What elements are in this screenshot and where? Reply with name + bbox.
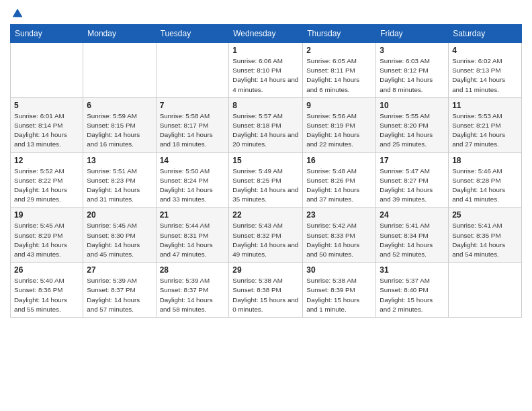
calendar-cell: 3Sunrise: 6:03 AMSunset: 8:12 PMDaylight…: [376, 43, 449, 98]
day-info: Sunrise: 5:49 AMSunset: 8:25 PMDaylight:…: [232, 167, 299, 205]
weekday-header-friday: Friday: [376, 25, 449, 43]
calendar-cell: 22Sunrise: 5:43 AMSunset: 8:32 PMDayligh…: [229, 208, 303, 263]
day-number: 4: [452, 46, 518, 55]
weekday-header-row: SundayMondayTuesdayWednesdayThursdayFrid…: [11, 25, 522, 43]
day-number: 7: [160, 101, 226, 110]
day-number: 30: [306, 265, 372, 275]
day-info: Sunrise: 6:01 AMSunset: 8:14 PMDaylight:…: [14, 111, 79, 150]
day-info: Sunrise: 6:03 AMSunset: 8:12 PMDaylight:…: [380, 56, 445, 95]
calendar-cell: [449, 263, 522, 318]
day-info: Sunrise: 5:45 AMSunset: 8:30 PMDaylight:…: [87, 221, 152, 259]
calendar-week-row: 19Sunrise: 5:45 AMSunset: 8:29 PMDayligh…: [11, 208, 522, 263]
calendar-cell: 2Sunrise: 6:05 AMSunset: 8:11 PMDaylight…: [303, 43, 376, 98]
day-number: 29: [232, 265, 299, 275]
calendar-cell: [11, 43, 83, 98]
day-info: Sunrise: 5:41 AMSunset: 8:35 PMDaylight:…: [452, 221, 518, 259]
calendar-cell: 8Sunrise: 5:57 AMSunset: 8:18 PMDaylight…: [229, 97, 303, 152]
calendar-cell: 28Sunrise: 5:39 AMSunset: 8:37 PMDayligh…: [156, 263, 229, 318]
logo: [10, 7, 24, 19]
calendar-cell: 17Sunrise: 5:47 AMSunset: 8:27 PMDayligh…: [376, 152, 449, 208]
day-number: 28: [160, 265, 226, 275]
day-number: 10: [380, 101, 445, 110]
day-number: 9: [306, 101, 372, 110]
calendar-cell: 23Sunrise: 5:42 AMSunset: 8:33 PMDayligh…: [303, 208, 376, 263]
calendar-cell: 14Sunrise: 5:50 AMSunset: 8:24 PMDayligh…: [156, 152, 229, 208]
calendar-cell: 30Sunrise: 5:38 AMSunset: 8:39 PMDayligh…: [303, 263, 376, 318]
day-info: Sunrise: 5:56 AMSunset: 8:19 PMDaylight:…: [306, 111, 372, 150]
day-info: Sunrise: 5:58 AMSunset: 8:17 PMDaylight:…: [160, 111, 226, 150]
day-info: Sunrise: 5:47 AMSunset: 8:27 PMDaylight:…: [380, 167, 445, 205]
day-info: Sunrise: 5:37 AMSunset: 8:40 PMDaylight:…: [380, 276, 445, 314]
calendar-week-row: 5Sunrise: 6:01 AMSunset: 8:14 PMDaylight…: [11, 97, 522, 152]
day-info: Sunrise: 5:50 AMSunset: 8:24 PMDaylight:…: [160, 167, 226, 205]
day-info: Sunrise: 5:48 AMSunset: 8:26 PMDaylight:…: [306, 167, 372, 205]
weekday-header-sunday: Sunday: [11, 25, 83, 43]
calendar-cell: 9Sunrise: 5:56 AMSunset: 8:19 PMDaylight…: [303, 97, 376, 152]
calendar-week-row: 1Sunrise: 6:06 AMSunset: 8:10 PMDaylight…: [11, 43, 522, 98]
day-info: Sunrise: 5:53 AMSunset: 8:21 PMDaylight:…: [452, 111, 518, 150]
day-number: 2: [306, 46, 372, 55]
calendar-cell: [156, 43, 229, 98]
day-number: 12: [14, 156, 79, 165]
calendar-cell: [83, 43, 156, 98]
day-number: 16: [306, 156, 372, 165]
day-info: Sunrise: 5:38 AMSunset: 8:38 PMDaylight:…: [232, 276, 299, 314]
calendar-cell: 29Sunrise: 5:38 AMSunset: 8:38 PMDayligh…: [229, 263, 303, 318]
day-info: Sunrise: 5:51 AMSunset: 8:23 PMDaylight:…: [87, 167, 152, 205]
weekday-header-thursday: Thursday: [303, 25, 376, 43]
day-number: 22: [232, 210, 299, 220]
day-number: 14: [160, 156, 226, 165]
logo-icon: [11, 7, 24, 19]
weekday-header-tuesday: Tuesday: [156, 25, 229, 43]
weekday-header-wednesday: Wednesday: [229, 25, 303, 43]
calendar-cell: 16Sunrise: 5:48 AMSunset: 8:26 PMDayligh…: [303, 152, 376, 208]
day-number: 27: [87, 265, 152, 275]
day-number: 25: [452, 210, 518, 220]
day-info: Sunrise: 5:39 AMSunset: 8:37 PMDaylight:…: [160, 276, 226, 314]
calendar-cell: 10Sunrise: 5:55 AMSunset: 8:20 PMDayligh…: [376, 97, 449, 152]
calendar-page: SundayMondayTuesdayWednesdayThursdayFrid…: [0, 0, 532, 411]
day-number: 31: [380, 265, 445, 275]
calendar-cell: 11Sunrise: 5:53 AMSunset: 8:21 PMDayligh…: [449, 97, 522, 152]
day-number: 23: [306, 210, 372, 220]
day-info: Sunrise: 6:02 AMSunset: 8:13 PMDaylight:…: [452, 56, 518, 95]
day-info: Sunrise: 5:59 AMSunset: 8:15 PMDaylight:…: [87, 111, 152, 150]
day-info: Sunrise: 5:55 AMSunset: 8:20 PMDaylight:…: [380, 111, 445, 150]
calendar-cell: 1Sunrise: 6:06 AMSunset: 8:10 PMDaylight…: [229, 43, 303, 98]
calendar-cell: 12Sunrise: 5:52 AMSunset: 8:22 PMDayligh…: [11, 152, 83, 208]
day-number: 3: [380, 46, 445, 55]
day-number: 8: [232, 101, 299, 110]
calendar-cell: 5Sunrise: 6:01 AMSunset: 8:14 PMDaylight…: [11, 97, 83, 152]
day-info: Sunrise: 5:39 AMSunset: 8:37 PMDaylight:…: [87, 276, 152, 314]
day-number: 11: [452, 101, 518, 110]
calendar-cell: 24Sunrise: 5:41 AMSunset: 8:34 PMDayligh…: [376, 208, 449, 263]
page-header: [10, 7, 522, 19]
day-info: Sunrise: 5:38 AMSunset: 8:39 PMDaylight:…: [306, 276, 372, 314]
day-info: Sunrise: 5:45 AMSunset: 8:29 PMDaylight:…: [14, 221, 79, 259]
day-info: Sunrise: 6:06 AMSunset: 8:10 PMDaylight:…: [232, 56, 299, 95]
day-info: Sunrise: 5:52 AMSunset: 8:22 PMDaylight:…: [14, 167, 79, 205]
calendar-cell: 15Sunrise: 5:49 AMSunset: 8:25 PMDayligh…: [229, 152, 303, 208]
calendar-cell: 7Sunrise: 5:58 AMSunset: 8:17 PMDaylight…: [156, 97, 229, 152]
day-number: 21: [160, 210, 226, 220]
calendar-week-row: 12Sunrise: 5:52 AMSunset: 8:22 PMDayligh…: [11, 152, 522, 208]
day-number: 17: [380, 156, 445, 165]
day-number: 6: [87, 101, 152, 110]
calendar-cell: 27Sunrise: 5:39 AMSunset: 8:37 PMDayligh…: [83, 263, 156, 318]
day-info: Sunrise: 6:05 AMSunset: 8:11 PMDaylight:…: [306, 56, 372, 95]
calendar-cell: 25Sunrise: 5:41 AMSunset: 8:35 PMDayligh…: [449, 208, 522, 263]
day-number: 24: [380, 210, 445, 220]
day-info: Sunrise: 5:41 AMSunset: 8:34 PMDaylight:…: [380, 221, 445, 259]
weekday-header-saturday: Saturday: [449, 25, 522, 43]
calendar-cell: 13Sunrise: 5:51 AMSunset: 8:23 PMDayligh…: [83, 152, 156, 208]
day-number: 20: [87, 210, 152, 220]
calendar-cell: 26Sunrise: 5:40 AMSunset: 8:36 PMDayligh…: [11, 263, 83, 318]
calendar-cell: 18Sunrise: 5:46 AMSunset: 8:28 PMDayligh…: [449, 152, 522, 208]
day-number: 1: [232, 46, 299, 55]
calendar-cell: 20Sunrise: 5:45 AMSunset: 8:30 PMDayligh…: [83, 208, 156, 263]
day-info: Sunrise: 5:57 AMSunset: 8:18 PMDaylight:…: [232, 111, 299, 150]
day-info: Sunrise: 5:44 AMSunset: 8:31 PMDaylight:…: [160, 221, 226, 259]
calendar-week-row: 26Sunrise: 5:40 AMSunset: 8:36 PMDayligh…: [11, 263, 522, 318]
calendar-cell: 4Sunrise: 6:02 AMSunset: 8:13 PMDaylight…: [449, 43, 522, 98]
day-number: 19: [14, 210, 79, 220]
